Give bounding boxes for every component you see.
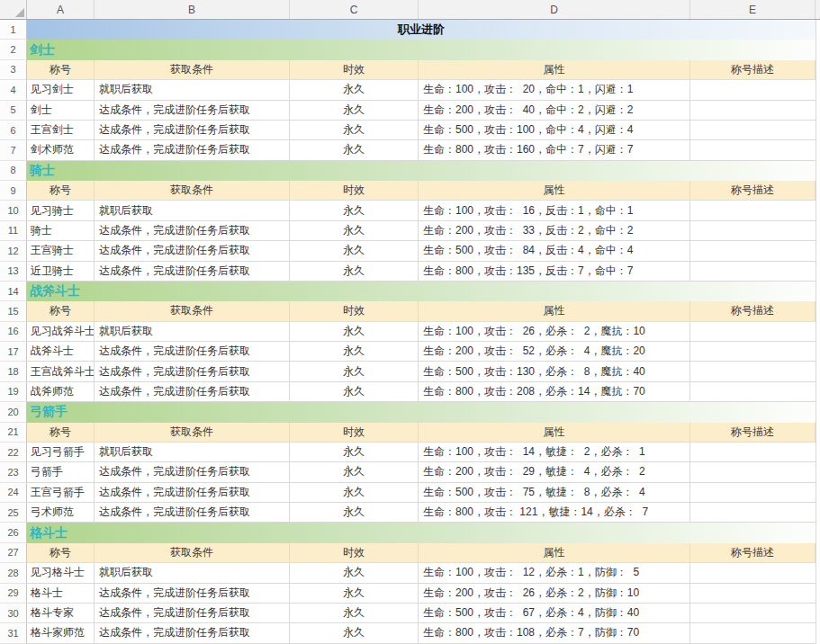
cell-condition[interactable]: 达成条件，完成进阶任务后获取: [95, 604, 290, 623]
cell-duration[interactable]: 永久: [290, 140, 419, 160]
cell-description[interactable]: [690, 623, 815, 643]
section-title-cell[interactable]: 格斗士: [27, 523, 815, 542]
header-cell-title[interactable]: 称号: [27, 301, 95, 321]
header-cell-duration[interactable]: 时效: [290, 543, 419, 563]
cell-condition[interactable]: 就职后获取: [95, 322, 290, 342]
row-number[interactable]: 2: [0, 40, 27, 59]
row-number[interactable]: 13: [0, 262, 27, 282]
cell-duration[interactable]: 永久: [290, 201, 419, 220]
cell-title[interactable]: 王宫弓箭手: [27, 483, 95, 503]
row-number[interactable]: 30: [0, 604, 27, 623]
cell-attributes[interactable]: 生命：500，攻击：130，必杀： 8，魔抗：40: [419, 362, 690, 381]
cell-description[interactable]: [690, 121, 815, 140]
cell-attributes[interactable]: 生命：500，攻击： 84，反击：4，命中：4: [419, 241, 690, 261]
cell-condition[interactable]: 就职后获取: [95, 80, 290, 100]
header-cell-attributes[interactable]: 属性: [419, 301, 690, 321]
column-letter-d[interactable]: D: [419, 0, 690, 19]
cell-description[interactable]: [690, 483, 815, 503]
header-cell-attributes[interactable]: 属性: [419, 543, 690, 563]
row-number[interactable]: 22: [0, 443, 27, 462]
header-cell-title[interactable]: 称号: [27, 60, 95, 80]
cell-title[interactable]: 战斧斗士: [27, 342, 95, 362]
cell-title[interactable]: 见习骑士: [27, 201, 95, 220]
select-all-corner[interactable]: [0, 0, 27, 19]
cell-title[interactable]: 见习弓箭手: [27, 443, 95, 462]
cell-condition[interactable]: 达成条件，完成进阶任务后获取: [95, 382, 290, 402]
cell-title[interactable]: 见习战斧斗士: [27, 322, 95, 342]
cell-condition[interactable]: 达成条件，完成进阶任务后获取: [95, 342, 290, 362]
row-number[interactable]: 28: [0, 563, 27, 583]
cell-duration[interactable]: 永久: [290, 221, 419, 241]
header-cell-description[interactable]: 称号描述: [690, 301, 815, 321]
cell-description[interactable]: [690, 604, 815, 623]
header-cell-duration[interactable]: 时效: [290, 301, 419, 321]
cell-attributes[interactable]: 生命：500，攻击： 67，必杀：4，防御：40: [419, 604, 690, 623]
column-letter-c[interactable]: C: [290, 0, 419, 19]
cell-duration[interactable]: 永久: [290, 241, 419, 261]
header-cell-title[interactable]: 称号: [27, 423, 95, 443]
header-cell-description[interactable]: 称号描述: [690, 60, 815, 80]
cell-description[interactable]: [690, 443, 815, 462]
cell-attributes[interactable]: 生命：800，攻击： 121，敏捷：14，必杀： 7: [419, 503, 690, 523]
cell-condition[interactable]: 达成条件，完成进阶任务后获取: [95, 503, 290, 523]
row-number[interactable]: 7: [0, 140, 27, 160]
cell-title[interactable]: 近卫骑士: [27, 262, 95, 282]
cell-description[interactable]: [690, 342, 815, 362]
cell-title[interactable]: 王宫剑士: [27, 121, 95, 140]
cell-attributes[interactable]: 生命：200，攻击： 33，反击：2，命中：2: [419, 221, 690, 241]
section-title-cell[interactable]: 战斧斗士: [27, 282, 815, 301]
row-number[interactable]: 23: [0, 462, 27, 482]
cell-duration[interactable]: 永久: [290, 322, 419, 342]
cell-description[interactable]: [690, 382, 815, 402]
cell-title[interactable]: 格斗士: [27, 584, 95, 604]
cell-attributes[interactable]: 生命：800，攻击：208，必杀：14，魔抗：70: [419, 382, 690, 402]
cell-condition[interactable]: 达成条件，完成进阶任务后获取: [95, 241, 290, 261]
row-number[interactable]: 19: [0, 382, 27, 402]
row-number[interactable]: 10: [0, 201, 27, 220]
row-number[interactable]: 4: [0, 80, 27, 100]
cell-condition[interactable]: 达成条件，完成进阶任务后获取: [95, 140, 290, 160]
cell-condition[interactable]: 就职后获取: [95, 201, 290, 220]
cell-title[interactable]: 战斧师范: [27, 382, 95, 402]
cell-attributes[interactable]: 生命：800，攻击：160，命中：7，闪避：7: [419, 140, 690, 160]
cell-description[interactable]: [690, 140, 815, 160]
cell-duration[interactable]: 永久: [290, 462, 419, 482]
cell-attributes[interactable]: 生命：100，攻击： 12，必杀：1，防御： 5: [419, 563, 690, 583]
cell-duration[interactable]: 永久: [290, 362, 419, 381]
cell-title[interactable]: 弓箭手: [27, 462, 95, 482]
cell-description[interactable]: [690, 584, 815, 604]
cell-attributes[interactable]: 生命：100，攻击： 14，敏捷： 2，必杀： 1: [419, 443, 690, 462]
cell-attributes[interactable]: 生命：800，攻击：108，必杀：7，防御：70: [419, 623, 690, 643]
cell-duration[interactable]: 永久: [290, 623, 419, 643]
cell-attributes[interactable]: 生命：200，攻击： 26，必杀：2，防御：10: [419, 584, 690, 604]
cell-condition[interactable]: 达成条件，完成进阶任务后获取: [95, 584, 290, 604]
row-number[interactable]: 24: [0, 483, 27, 503]
header-cell-duration[interactable]: 时效: [290, 423, 419, 443]
cell-condition[interactable]: 就职后获取: [95, 563, 290, 583]
header-cell-title[interactable]: 称号: [27, 543, 95, 563]
cell-duration[interactable]: 永久: [290, 382, 419, 402]
row-number[interactable]: 5: [0, 101, 27, 121]
cell-condition[interactable]: 达成条件，完成进阶任务后获取: [95, 483, 290, 503]
cell-description[interactable]: [690, 462, 815, 482]
cell-title[interactable]: 见习格斗士: [27, 563, 95, 583]
row-number[interactable]: 1: [0, 20, 27, 40]
cell-title[interactable]: 格斗专家: [27, 604, 95, 623]
header-cell-condition[interactable]: 获取条件: [95, 543, 290, 563]
header-cell-description[interactable]: 称号描述: [690, 543, 815, 563]
cell-duration[interactable]: 永久: [290, 121, 419, 140]
section-title-cell[interactable]: 骑士: [27, 161, 815, 181]
row-number[interactable]: 15: [0, 301, 27, 321]
cell-condition[interactable]: 达成条件，完成进阶任务后获取: [95, 221, 290, 241]
column-letter-e[interactable]: E: [690, 0, 815, 19]
cell-description[interactable]: [690, 362, 815, 381]
cell-title[interactable]: 见习剑士: [27, 80, 95, 100]
row-number[interactable]: 21: [0, 423, 27, 443]
cell-description[interactable]: [690, 221, 815, 241]
cell-condition[interactable]: 就职后获取: [95, 443, 290, 462]
header-cell-duration[interactable]: 时效: [290, 60, 419, 80]
row-number[interactable]: 14: [0, 282, 27, 301]
cell-attributes[interactable]: 生命：100，攻击： 20，命中：1，闪避：1: [419, 80, 690, 100]
cell-title[interactable]: 剑士: [27, 101, 95, 121]
cell-condition[interactable]: 达成条件，完成进阶任务后获取: [95, 462, 290, 482]
